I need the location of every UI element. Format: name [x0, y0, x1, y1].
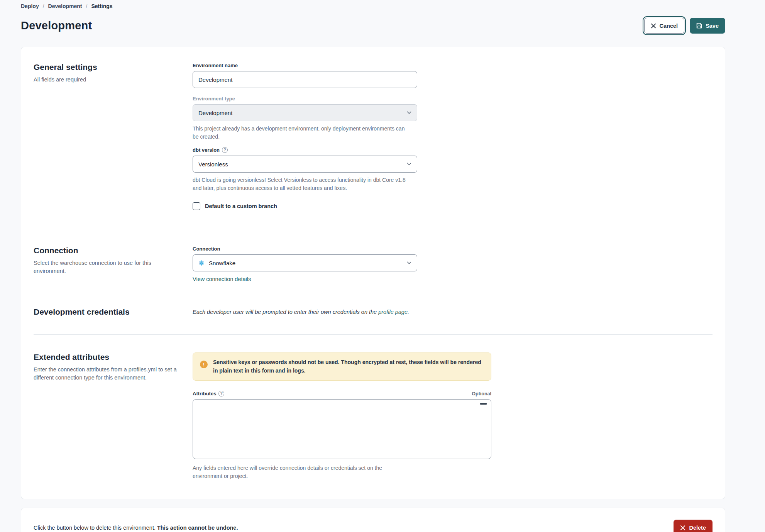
save-button[interactable]: Save [690, 18, 725, 34]
dbt-version-label-text: dbt version [193, 147, 220, 153]
attributes-editor [193, 399, 491, 461]
dbt-version-help: dbt Cloud is going versionless! Select V… [193, 176, 409, 192]
section-extended-attributes: Extended attributes Enter the connection… [34, 352, 713, 480]
delete-button-label: Delete [689, 525, 706, 531]
attributes-helper: Any fields entered here will override co… [193, 464, 409, 480]
delete-environment-card: Click the button below to delete this en… [21, 508, 725, 532]
help-icon[interactable]: ? [218, 391, 224, 396]
connection-field-label: Connection [193, 246, 417, 252]
settings-card: General settings All fields are required… [21, 47, 725, 499]
delete-text-prefix: Click the button below to delete this en… [34, 525, 157, 531]
environment-type-value: Development [198, 110, 232, 116]
custom-branch-label: Default to a custom branch [205, 203, 277, 209]
credentials-note-suffix: . [408, 309, 409, 315]
dbt-version-label: dbt version ? [193, 147, 417, 153]
general-settings-subheading: All fields are required [34, 76, 177, 84]
breadcrumb-development[interactable]: Development [48, 3, 82, 9]
breadcrumb-separator: / [86, 3, 88, 9]
breadcrumb-settings: Settings [91, 3, 112, 9]
credentials-note-prefix: Each developer user will be prompted to … [193, 309, 378, 315]
warning-icon: ! [200, 361, 208, 368]
chevron-down-icon [407, 163, 411, 166]
breadcrumb-separator: / [43, 3, 44, 9]
attributes-label-text: Attributes [193, 391, 216, 396]
profile-page-link[interactable]: profile page [378, 309, 408, 315]
section-general-settings: General settings All fields are required… [34, 63, 713, 210]
chevron-down-icon [407, 261, 411, 264]
section-divider [34, 334, 713, 335]
header-actions: Cancel Save [644, 18, 725, 34]
page-header: Development Cancel Save [21, 18, 725, 34]
snowflake-icon: ❄ [198, 259, 205, 267]
attributes-label: Attributes ? [193, 391, 224, 396]
close-icon [680, 525, 685, 530]
connection-select[interactable]: ❄ Snowflake [193, 254, 417, 271]
attributes-label-row: Attributes ? Optional [193, 391, 491, 396]
dbt-version-select[interactable]: Versionless [193, 156, 417, 173]
credentials-note: Each developer user will be prompted to … [193, 307, 491, 315]
page-title: Development [21, 19, 92, 32]
cancel-button-label: Cancel [660, 23, 678, 29]
close-icon [651, 23, 656, 29]
section-divider [34, 228, 713, 228]
general-settings-heading: General settings [34, 63, 177, 72]
save-icon [696, 23, 702, 29]
environment-name-input[interactable] [193, 71, 417, 88]
section-development-credentials: Development credentials Each developer u… [34, 307, 713, 317]
help-icon[interactable]: ? [222, 147, 228, 153]
cancel-button[interactable]: Cancel [644, 18, 685, 34]
extended-attributes-subheading: Enter the connection attributes from a p… [34, 366, 177, 382]
connection-value: Snowflake [209, 260, 235, 266]
custom-branch-checkbox[interactable] [193, 202, 200, 210]
attributes-textarea[interactable] [193, 399, 491, 459]
view-connection-details-link[interactable]: View connection details [193, 276, 251, 282]
chevron-down-icon [407, 111, 411, 114]
collapse-icon[interactable] [480, 403, 487, 405]
connection-heading: Connection [34, 246, 177, 255]
development-credentials-heading: Development credentials [34, 307, 177, 317]
connection-subheading: Select the warehouse connection to use f… [34, 259, 177, 275]
extended-attributes-heading: Extended attributes [34, 352, 177, 362]
environment-type-select: Development [193, 104, 417, 121]
warning-banner: ! Sensitive keys or passwords should not… [193, 352, 491, 381]
warning-text: Sensitive keys or passwords should not b… [213, 358, 484, 375]
breadcrumb: Deploy / Development / Settings [21, 3, 725, 9]
delete-environment-text: Click the button below to delete this en… [34, 525, 238, 531]
breadcrumb-deploy[interactable]: Deploy [21, 3, 39, 9]
custom-branch-checkbox-row[interactable]: Default to a custom branch [193, 202, 417, 210]
optional-badge: Optional [472, 391, 491, 396]
environment-type-label: Environment type [193, 96, 417, 102]
save-button-label: Save [706, 23, 719, 29]
section-connection: Connection Select the warehouse connecti… [34, 246, 713, 283]
dbt-version-value: Versionless [198, 161, 228, 168]
page: Deploy / Development / Settings Developm… [21, 0, 725, 532]
environment-type-help: This project already has a development e… [193, 125, 409, 141]
environment-name-label: Environment name [193, 63, 417, 68]
delete-text-warning: This action cannot be undone. [157, 525, 238, 531]
delete-button[interactable]: Delete [674, 520, 713, 532]
